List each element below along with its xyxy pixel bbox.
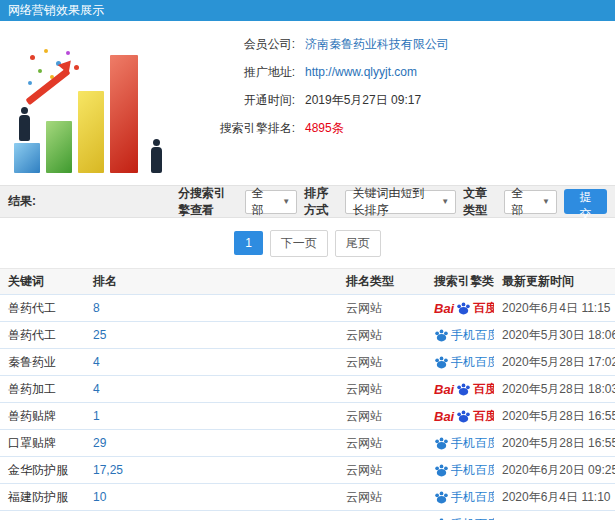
mobile-baidu-label: 手机百度	[451, 489, 494, 506]
keyword-cell: 秦鲁药业	[0, 354, 85, 371]
updated-cell: 2020年5月28日 16:55	[494, 408, 615, 425]
sort-select-value: 关键词由短到长排序	[352, 185, 433, 219]
engine-select-value: 全部	[252, 185, 275, 219]
baidu-logo-cn: 百度	[473, 381, 494, 398]
last-page-button[interactable]: 尾页	[335, 230, 381, 257]
header-rank-type: 排名类型	[338, 273, 426, 290]
engine-cell: 手机百度	[426, 462, 494, 479]
engine-cell: 手机百度	[426, 435, 494, 452]
confetti-dot	[44, 49, 48, 53]
mobile-baidu-label: 手机百度	[451, 516, 494, 520]
result-section-label: 结果:	[8, 193, 178, 210]
rank-link[interactable]: 1	[85, 409, 338, 423]
baidu-paw-icon	[434, 517, 449, 520]
table-row: 金华防护服17,25云网站手机百度2020年6月20日 09:25	[0, 456, 615, 483]
promo-url-label: 推广地址:	[185, 65, 295, 80]
confetti-dot	[30, 55, 35, 60]
baidu-paw-icon	[456, 382, 471, 397]
rank-link[interactable]: 17,25	[85, 463, 338, 477]
filter-bar: 结果: 分搜索引擎查看 全部 ▼ 排序方式 关键词由短到长排序 ▼ 文章类型 全…	[0, 185, 615, 218]
header-keyword: 关键词	[0, 273, 85, 290]
keyword-cell: 兽药加工	[0, 381, 85, 398]
chevron-down-icon: ▼	[542, 197, 550, 206]
engine-cell: Bai百度	[426, 300, 494, 317]
baidu-paw-icon	[456, 409, 471, 424]
updated-cell: 2020年6月4日 11:15	[494, 300, 615, 317]
sort-select[interactable]: 关键词由短到长排序 ▼	[345, 190, 456, 214]
table-body: 兽药代工8云网站Bai百度2020年6月4日 11:15兽药代工25云网站手机百…	[0, 294, 615, 520]
next-page-button[interactable]: 下一页	[270, 230, 328, 257]
open-time-label: 开通时间:	[185, 93, 295, 108]
article-type-label: 文章类型	[463, 185, 497, 219]
chart-bar-blue	[14, 143, 40, 173]
rank-link[interactable]: 4	[85, 382, 338, 396]
chevron-down-icon: ▼	[282, 197, 290, 206]
rank-type-cell: 云网站	[338, 381, 426, 398]
chevron-down-icon: ▼	[441, 197, 449, 206]
chart-bar-green	[46, 121, 72, 173]
baidu-paw-icon	[434, 328, 449, 343]
sort-filter-label: 排序方式	[304, 185, 338, 219]
filter-group: 分搜索引擎查看 全部 ▼ 排序方式 关键词由短到长排序 ▼ 文章类型 全部 ▼ …	[178, 185, 607, 219]
article-type-select[interactable]: 全部 ▼	[504, 190, 556, 214]
open-time-value: 2019年5月27日 09:17	[305, 93, 421, 108]
rank-link[interactable]: 25	[85, 328, 338, 342]
table-row: 兽药加工4云网站Bai百度2020年5月28日 18:03	[0, 375, 615, 402]
rank-link[interactable]: 4	[85, 355, 338, 369]
baidu-logo-letters: Bai	[434, 382, 454, 397]
baidu-paw-icon	[434, 490, 449, 505]
businessman-figure-left	[18, 107, 31, 141]
member-company-link[interactable]: 济南秦鲁药业科技有限公司	[305, 37, 449, 52]
rank-link[interactable]: 10	[85, 490, 338, 504]
pagination: 1 下一页 尾页	[0, 218, 615, 268]
engine-cell: 手机百度	[426, 354, 494, 371]
baidu-logo-cn: 百度	[473, 300, 494, 317]
updated-cell: 2020年5月30日 18:06	[494, 327, 615, 344]
mobile-baidu-label: 手机百度	[451, 435, 494, 452]
updated-cell: 2020年5月28日 17:02	[494, 354, 615, 371]
chart-bar-yellow	[78, 91, 104, 173]
keyword-cell: 福建防护服	[0, 489, 85, 506]
table-row: 手机百度	[0, 510, 615, 520]
promo-url-row: 推广地址: http://www.qlyyjt.com	[185, 65, 449, 80]
baidu-paw-icon	[434, 463, 449, 478]
mobile-baidu-label: 手机百度	[451, 354, 494, 371]
page-number-current[interactable]: 1	[234, 231, 263, 255]
table-row: 口罩贴牌29云网站手机百度2020年5月28日 16:55	[0, 429, 615, 456]
table-row: 兽药贴牌1云网站Bai百度2020年5月28日 16:55	[0, 402, 615, 429]
chart-bar-red	[110, 55, 138, 173]
promo-url-link[interactable]: http://www.qlyyjt.com	[305, 65, 417, 80]
rank-link[interactable]: 29	[85, 436, 338, 450]
member-company-row: 会员公司: 济南秦鲁药业科技有限公司	[185, 37, 449, 52]
baidu-paw-icon	[434, 436, 449, 451]
rank-type-cell: 云网站	[338, 300, 426, 317]
updated-cell: 2020年5月28日 18:03	[494, 381, 615, 398]
engine-filter-label: 分搜索引擎查看	[178, 185, 238, 219]
confetti-dot	[28, 81, 32, 85]
updated-cell: 2020年6月4日 11:10	[494, 489, 615, 506]
table-row: 秦鲁药业4云网站手机百度2020年5月28日 17:02	[0, 348, 615, 375]
keyword-cell: 金华防护服	[0, 462, 85, 479]
rank-type-cell: 云网站	[338, 462, 426, 479]
baidu-paw-icon	[456, 301, 471, 316]
baidu-paw-icon	[434, 355, 449, 370]
engine-select[interactable]: 全部 ▼	[245, 190, 297, 214]
submit-button[interactable]: 提交	[564, 189, 607, 214]
results-table: 关键词 排名 排名类型 搜索引擎类型 最新更新时间 兽药代工8云网站Bai百度2…	[0, 268, 615, 520]
info-fields: 会员公司: 济南秦鲁药业科技有限公司 推广地址: http://www.qlyy…	[185, 21, 449, 185]
open-time-row: 开通时间: 2019年5月27日 09:17	[185, 93, 449, 108]
page-title: 网络营销效果展示	[8, 3, 104, 17]
rank-type-cell: 云网站	[338, 489, 426, 506]
updated-cell: 2020年5月28日 16:55	[494, 435, 615, 452]
engine-cell: 手机百度	[426, 516, 494, 520]
engine-cell: 手机百度	[426, 327, 494, 344]
rank-count-value: 4895条	[305, 121, 344, 136]
table-header: 关键词 排名 排名类型 搜索引擎类型 最新更新时间	[0, 268, 615, 294]
article-type-select-value: 全部	[511, 185, 534, 219]
engine-cell: Bai百度	[426, 408, 494, 425]
rank-link[interactable]: 8	[85, 301, 338, 315]
header-engine-type: 搜索引擎类型	[426, 273, 494, 290]
member-company-label: 会员公司:	[185, 37, 295, 52]
mobile-baidu-label: 手机百度	[451, 462, 494, 479]
rank-type-cell: 云网站	[338, 408, 426, 425]
